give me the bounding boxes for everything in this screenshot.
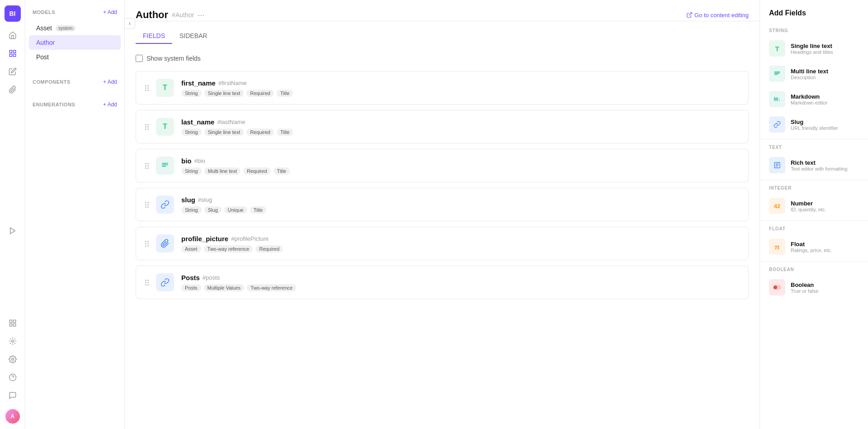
sidebar-collapse-button[interactable]: ‹ [124, 18, 135, 29]
drag-handle-last-name[interactable] [145, 124, 149, 130]
panel-item-slug[interactable]: Slug URL friendly identifier [760, 112, 868, 137]
author-label: Author [36, 39, 55, 46]
field-card-first-name[interactable]: T first_name #firstName String Single li… [136, 71, 749, 105]
sidebar-item-asset[interactable]: Asset system [29, 21, 121, 35]
field-card-slug[interactable]: slug #slug String Slug Unique Title [136, 188, 749, 221]
svg-rect-1 [13, 50, 15, 52]
tag-single-line: Single line text [204, 129, 244, 136]
boolean-info: Boolean True or false [791, 281, 818, 294]
boolean-icon [769, 279, 785, 296]
field-tags-bio: String Multi line text Required Title [181, 167, 739, 175]
number-desc: ID, quantity, etc. [791, 207, 826, 212]
panel-item-boolean[interactable]: Boolean True or false [760, 275, 868, 300]
tag-unique: Unique [224, 206, 247, 214]
api-icon[interactable] [5, 333, 21, 349]
single-line-text-info: Single line text Headings and titles [791, 43, 833, 55]
edit-icon[interactable] [5, 63, 21, 80]
panel-title: Add Fields [760, 9, 868, 24]
panel-item-multi-line-text[interactable]: Multi line text Description [760, 61, 868, 86]
tag-multi-line: Multi line text [204, 167, 241, 175]
asset-label: Asset [36, 24, 52, 32]
drag-handle-profile-picture[interactable] [145, 241, 149, 247]
tag-two-way-ref: Two-way reference [247, 284, 296, 291]
main-content: Author #Author ··· Go to content editing… [125, 0, 760, 429]
field-api-id-first-name: #firstName [218, 80, 247, 86]
play-icon[interactable] [5, 223, 21, 239]
float-name: Float [791, 241, 832, 248]
rich-text-name: Rich text [791, 159, 847, 166]
tag-posts: Posts [181, 284, 201, 291]
field-card-last-name[interactable]: T last_name #lastName String Single line… [136, 110, 749, 143]
section-label-float: FLOAT [760, 223, 868, 234]
tag-slug: Slug [204, 206, 222, 214]
models-section-header: MODELS + Add [25, 0, 124, 21]
settings-icon[interactable] [5, 351, 21, 367]
multi-line-text-name: Multi line text [791, 68, 828, 75]
model-title: Author [136, 9, 168, 21]
tab-sidebar[interactable]: SIDEBAR [172, 29, 214, 44]
goto-content-label: Go to content editing [694, 12, 749, 19]
multi-line-text-icon [769, 66, 785, 82]
markdown-desc: Markdown editor [791, 100, 827, 105]
help-icon[interactable] [5, 369, 21, 386]
enumerations-section-header: ENUMERATIONS + Add [25, 92, 124, 113]
field-icon-bio [156, 157, 174, 175]
system-fields-checkbox[interactable] [136, 55, 143, 62]
home-icon[interactable] [5, 27, 21, 43]
field-card-posts[interactable]: Posts #posts Posts Multiple Values Two-w… [136, 266, 749, 299]
drag-handle-posts[interactable] [145, 280, 149, 286]
system-badge: system [56, 25, 75, 31]
field-info-first-name: first_name #firstName String Single line… [181, 79, 739, 97]
sidebar-item-post[interactable]: Post [29, 50, 121, 64]
add-model-button[interactable]: + Add [103, 9, 117, 15]
panel-item-rich-text[interactable]: Rich text Text editor with formatting [760, 153, 868, 178]
field-info-profile-picture: profile_picture #profilePicture Asset Tw… [181, 235, 739, 253]
panel-item-markdown[interactable]: M↓ Markdown Markdown editor [760, 86, 868, 112]
add-fields-panel: Add Fields STRING T Single line text Hea… [760, 0, 868, 429]
post-label: Post [36, 53, 49, 61]
add-component-button[interactable]: + Add [103, 79, 117, 85]
svg-rect-3 [13, 54, 15, 57]
number-name: Number [791, 200, 826, 207]
add-enumeration-button[interactable]: + Add [103, 101, 117, 108]
drag-handle-slug[interactable] [145, 202, 149, 208]
field-card-bio[interactable]: bio #bio String Multi line text Required… [136, 149, 749, 182]
avatar[interactable]: A [5, 409, 20, 424]
grid-icon[interactable] [5, 315, 21, 331]
panel-item-number[interactable]: 42 Number ID, quantity, etc. [760, 193, 868, 219]
number-info: Number ID, quantity, etc. [791, 200, 826, 212]
chat-icon[interactable] [5, 387, 21, 404]
panel-item-float[interactable]: π Float Ratings, price, etc. [760, 234, 868, 259]
svg-rect-6 [13, 320, 15, 322]
field-info-slug: slug #slug String Slug Unique Title [181, 196, 739, 214]
svg-point-9 [11, 340, 14, 343]
drag-handle-first-name[interactable] [145, 85, 149, 91]
section-label-integer: INTEGER [760, 182, 868, 193]
drag-handle-bio[interactable] [145, 163, 149, 169]
number-icon: 42 [769, 198, 785, 214]
svg-rect-0 [9, 50, 12, 52]
svg-point-25 [774, 286, 777, 289]
more-options-button[interactable]: ··· [198, 10, 204, 20]
tag-title: Title [274, 167, 290, 175]
field-name-posts: Posts #posts [181, 274, 739, 281]
field-name-slug: slug #slug [181, 196, 739, 204]
float-desc: Ratings, price, etc. [791, 248, 832, 253]
field-card-profile-picture[interactable]: profile_picture #profilePicture Asset Tw… [136, 227, 749, 260]
show-system-fields-toggle[interactable]: Show system fields [136, 55, 749, 62]
tag-string: String [181, 90, 202, 97]
tab-fields[interactable]: FIELDS [136, 29, 172, 44]
field-tags-slug: String Slug Unique Title [181, 206, 739, 214]
field-name-profile-picture: profile_picture #profilePicture [181, 235, 739, 243]
assets-icon[interactable] [5, 81, 21, 98]
sidebar-item-author[interactable]: Author [29, 35, 121, 50]
tabs-container: FIELDS SIDEBAR [125, 21, 760, 44]
field-icon-last-name: T [156, 118, 174, 136]
goto-content-button[interactable]: Go to content editing [686, 12, 749, 19]
field-name-last-name: last_name #lastName [181, 118, 739, 126]
app-logo: BI [5, 5, 21, 22]
models-icon[interactable] [5, 45, 21, 62]
section-label-text: TEXT [760, 141, 868, 153]
panel-item-single-line-text[interactable]: T Single line text Headings and titles [760, 36, 868, 61]
field-icon-first-name: T [156, 79, 174, 97]
